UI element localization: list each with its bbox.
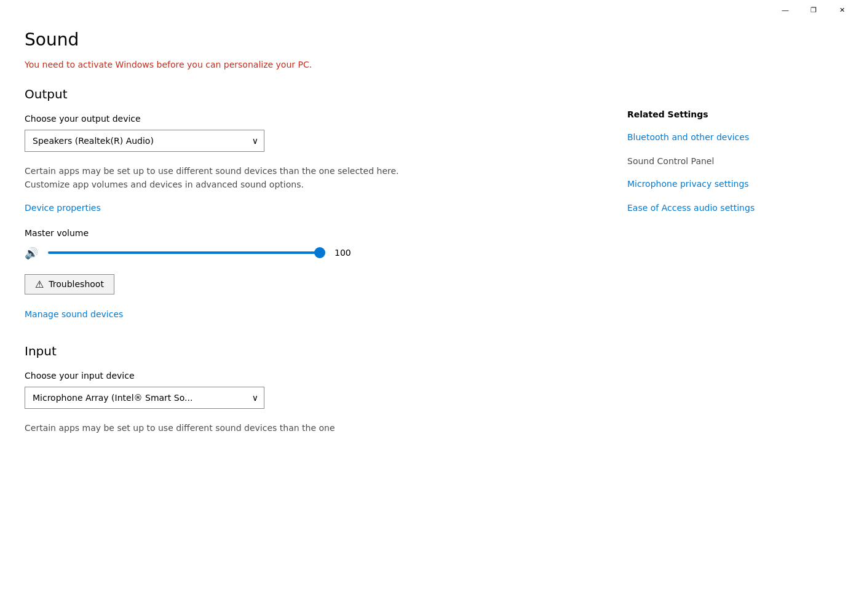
input-device-label: Choose your input device	[25, 371, 578, 381]
troubleshoot-button[interactable]: ⚠ Troubleshoot	[25, 274, 114, 294]
output-device-select-wrapper: Speakers (Realtek(R) Audio) ∨	[25, 130, 264, 152]
sidebar-bluetooth-link[interactable]: Bluetooth and other devices	[627, 132, 787, 144]
activation-warning: You need to activate Windows before you …	[25, 60, 578, 69]
input-description: Certain apps may be set up to use differ…	[25, 421, 406, 435]
volume-row: 🔊 100	[25, 247, 578, 259]
output-description: Certain apps may be set up to use differ…	[25, 164, 406, 192]
manage-sound-devices-link[interactable]: Manage sound devices	[25, 309, 578, 319]
main-container: Sound You need to activate Windows befor…	[0, 0, 856, 616]
titlebar: — ❐ ✕	[771, 0, 856, 20]
input-device-select[interactable]: Microphone Array (Intel® Smart So...	[25, 387, 264, 409]
input-section: Input Choose your input device Microphon…	[25, 344, 578, 435]
output-device-label: Choose your output device	[25, 114, 578, 124]
content-area: Sound You need to activate Windows befor…	[25, 30, 578, 591]
page-title: Sound	[25, 30, 578, 50]
output-section: Output Choose your output device Speaker…	[25, 87, 578, 319]
minimize-button[interactable]: —	[771, 0, 799, 20]
volume-slider-track	[48, 251, 325, 254]
input-heading: Input	[25, 344, 578, 358]
input-device-select-wrapper: Microphone Array (Intel® Smart So... ∨	[25, 387, 264, 409]
troubleshoot-label: Troubleshoot	[49, 279, 104, 289]
close-button[interactable]: ✕	[828, 0, 856, 20]
sidebar-ease-of-access-link[interactable]: Ease of Access audio settings	[627, 202, 787, 215]
output-heading: Output	[25, 87, 578, 101]
volume-value: 100	[335, 248, 353, 258]
device-properties-link[interactable]: Device properties	[25, 203, 101, 213]
related-settings-heading: Related Settings	[627, 109, 787, 119]
sidebar-microphone-privacy-link[interactable]: Microphone privacy settings	[627, 178, 787, 191]
sidebar-area: Related Settings Bluetooth and other dev…	[578, 30, 787, 591]
output-device-select[interactable]: Speakers (Realtek(R) Audio)	[25, 130, 264, 152]
volume-slider-thumb[interactable]	[314, 247, 325, 258]
warning-icon: ⚠	[35, 278, 44, 290]
sidebar-sound-control-panel: Sound Control Panel	[627, 156, 787, 166]
speaker-icon: 🔊	[25, 247, 38, 259]
volume-slider-container[interactable]	[48, 247, 325, 259]
maximize-button[interactable]: ❐	[799, 0, 828, 20]
master-volume-label: Master volume	[25, 228, 578, 238]
